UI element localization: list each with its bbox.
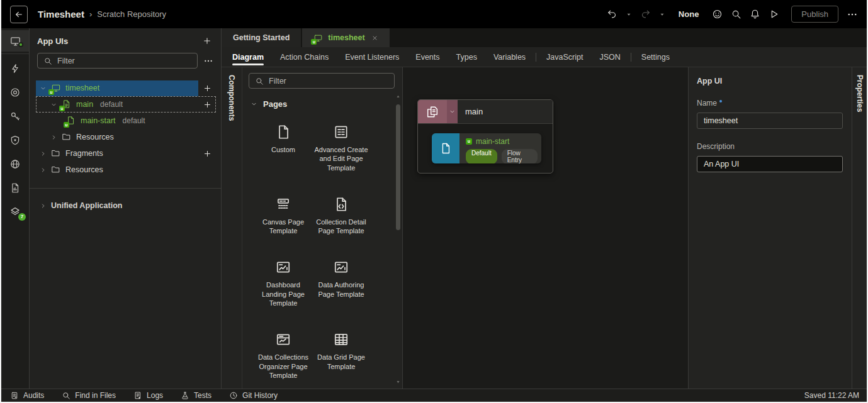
- rail-item-action-chains[interactable]: [1, 57, 29, 80]
- tree-row-fragments[interactable]: Fragments: [36, 145, 216, 162]
- rail-item-web-apps[interactable]: [1, 152, 29, 176]
- flow-card-main[interactable]: main u main-start: [417, 99, 553, 174]
- unsaved-badge: u: [64, 122, 69, 128]
- subtab-variables[interactable]: Variables: [485, 47, 534, 67]
- rail-item-app-uis[interactable]: [1, 30, 29, 52]
- subtab-types[interactable]: Types: [448, 47, 485, 67]
- add-flow-button[interactable]: [198, 84, 216, 93]
- subtab-action-chains[interactable]: Action Chains: [272, 47, 337, 67]
- statusbar-item-logs[interactable]: Logs: [133, 391, 163, 400]
- plus-icon: [205, 102, 210, 107]
- publish-button[interactable]: Publish: [791, 6, 838, 23]
- components-vertical-tab[interactable]: Components: [222, 67, 242, 389]
- subtab-events[interactable]: Events: [407, 47, 448, 67]
- components-filter-box[interactable]: [249, 73, 395, 89]
- tab-close-button[interactable]: [371, 35, 378, 41]
- expand-toggle[interactable]: [39, 202, 47, 209]
- rail-item-business-objects[interactable]: [1, 176, 29, 200]
- add-fragment-button[interactable]: [198, 149, 216, 158]
- tree-row-timesheet-selection[interactable]: u timesheet: [36, 80, 198, 96]
- template-item-data-authoring[interactable]: Data Authoring Page Template: [313, 259, 369, 307]
- page-icon: u: [66, 116, 76, 126]
- statusbar-item-find-in-files[interactable]: Find in Files: [62, 391, 116, 400]
- properties-vertical-tab[interactable]: Properties: [855, 67, 864, 389]
- scroll-down-arrow[interactable]: [395, 379, 401, 385]
- back-button[interactable]: [10, 6, 28, 23]
- expand-toggle[interactable]: [39, 167, 47, 174]
- scroll-up-arrow[interactable]: [395, 94, 401, 99]
- subtab-event-listeners[interactable]: Event Listeners: [337, 47, 407, 67]
- add-page-button[interactable]: [198, 100, 216, 109]
- expand-toggle[interactable]: [50, 101, 57, 108]
- rail-item-git[interactable]: 7: [1, 200, 29, 224]
- table-chart-icon: [278, 335, 289, 345]
- components-scrollbar[interactable]: [395, 94, 402, 385]
- default-badge: Default: [466, 149, 497, 163]
- flow-collapse-button[interactable]: [447, 100, 458, 123]
- chevron-down-icon: [451, 111, 454, 113]
- undo-menu-caret[interactable]: [626, 11, 632, 18]
- add-app-ui-button[interactable]: [202, 36, 212, 46]
- statusbar-item-git-history[interactable]: Git History: [229, 391, 278, 400]
- tree-row-main-content[interactable]: u main default: [36, 97, 198, 113]
- editor-area: Getting Started u timesheet Diagram Acti…: [222, 28, 867, 389]
- sandbox-selector[interactable]: None: [679, 9, 699, 19]
- tab-getting-started[interactable]: Getting Started: [222, 28, 301, 47]
- rail-item-components[interactable]: [1, 128, 29, 152]
- bell-icon: [752, 10, 758, 18]
- rail-item-connections[interactable]: [1, 80, 29, 104]
- scrollbar-thumb[interactable]: [396, 104, 400, 230]
- app-uis-filter-input[interactable]: [57, 57, 191, 65]
- template-item-custom[interactable]: Custom: [255, 124, 312, 172]
- page-node-content: u main-start Default Flow Entry: [459, 133, 541, 163]
- preview-button[interactable]: [769, 9, 779, 19]
- template-item-collection-detail[interactable]: Collection Detail Page Template: [313, 196, 369, 236]
- overflow-menu-button[interactable]: [847, 9, 858, 20]
- tree-row-resources-inner[interactable]: Resources: [36, 129, 216, 145]
- name-field[interactable]: [704, 116, 836, 125]
- redo-button[interactable]: [640, 9, 651, 19]
- template-item-dashboard-landing[interactable]: Dashboard Landing Page Template: [255, 259, 312, 307]
- subtab-diagram[interactable]: Diagram: [224, 47, 272, 67]
- page-node-main-start[interactable]: u main-start Default Flow Entry: [432, 133, 541, 163]
- expand-toggle[interactable]: [39, 150, 47, 157]
- tree-row-main-start-content[interactable]: u main-start default: [36, 113, 216, 129]
- breadcrumb-repository[interactable]: Scratch Repository: [97, 9, 166, 19]
- components-filter-input[interactable]: [269, 77, 388, 86]
- expand-toggle[interactable]: [50, 134, 57, 141]
- subtab-settings[interactable]: Settings: [633, 47, 678, 67]
- statusbar-item-audits[interactable]: Audits: [10, 391, 44, 400]
- rail-divider: [1, 53, 29, 54]
- subtab-json[interactable]: JSON: [591, 47, 628, 67]
- app-uis-filter-box[interactable]: [37, 53, 198, 69]
- tree-row-main-start[interactable]: u main-start default: [36, 113, 216, 129]
- expand-toggle[interactable]: [39, 85, 47, 92]
- tree-row-fragments-content[interactable]: Fragments: [36, 146, 198, 162]
- chevron-down-icon: [52, 104, 55, 106]
- template-item-canvas[interactable]: Canvas Page Template: [255, 196, 312, 236]
- tree-row-resources-inner-content[interactable]: Resources: [36, 130, 216, 145]
- search-button[interactable]: [731, 9, 741, 19]
- tree-row-unified-application[interactable]: Unified Application: [36, 197, 216, 214]
- active-status-dot: [18, 42, 23, 47]
- template-item-data-collections-organizer[interactable]: Data Collections Organizer Page Template: [255, 331, 312, 380]
- tab-timesheet[interactable]: u timesheet: [302, 28, 389, 47]
- feedback-button[interactable]: [712, 9, 723, 19]
- tree-row-unified-application-content[interactable]: Unified Application: [36, 198, 216, 214]
- notifications-button[interactable]: [750, 9, 760, 19]
- tree-row-main[interactable]: u main default: [36, 96, 216, 113]
- subtab-javascript[interactable]: JavaScript: [538, 47, 591, 67]
- tree-row-resources-outer-content[interactable]: Resources: [36, 162, 216, 178]
- description-field[interactable]: [704, 160, 836, 168]
- rail-item-services[interactable]: [1, 104, 29, 128]
- template-item-advanced-create-edit[interactable]: Advanced Create and Edit Page Template: [313, 124, 369, 172]
- tree-row-resources-outer[interactable]: Resources: [36, 162, 216, 178]
- template-item-data-grid[interactable]: Data Grid Page Template: [313, 331, 369, 380]
- redo-menu-caret[interactable]: [659, 11, 665, 18]
- app-uis-more-button[interactable]: [203, 56, 213, 66]
- description-label-text: Description: [697, 142, 735, 151]
- tree-row-timesheet[interactable]: u timesheet: [36, 80, 216, 96]
- statusbar-item-tests[interactable]: Tests: [181, 391, 211, 400]
- undo-button[interactable]: [607, 9, 617, 19]
- pages-section-header[interactable]: Pages: [251, 99, 395, 109]
